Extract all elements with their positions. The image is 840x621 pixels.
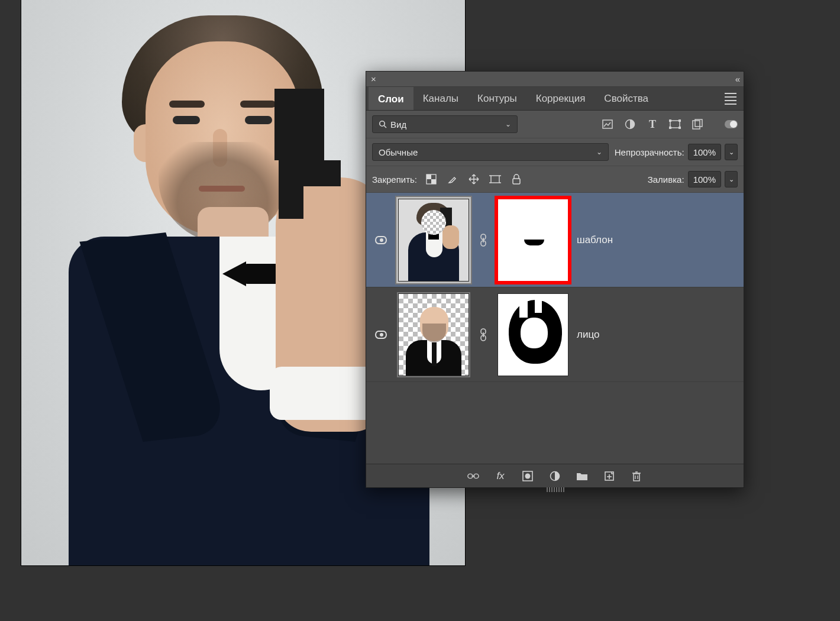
svg-rect-12 [427,174,431,179]
layers-panel: × « Слои Каналы Контуры Коррекция Свойст… [366,71,744,488]
close-icon[interactable]: × [371,74,376,84]
fill-stepper[interactable]: ⌄ [725,171,738,187]
collapse-icon[interactable]: « [735,74,739,84]
svg-point-30 [525,473,531,478]
blend-row: Обычные ⌄ Непрозрачность: 100% ⌄ [366,138,744,166]
lock-row: Закрепить: Заливка: 100% ⌄ [366,166,744,193]
tab-layers[interactable]: Слои [369,87,413,110]
blend-mode-value: Обычные [379,147,418,157]
layer-thumbnail[interactable] [398,199,469,282]
svg-rect-6 [679,119,681,122]
lock-position-icon[interactable] [468,173,480,185]
filter-shape-icon[interactable] [669,118,681,130]
tab-props[interactable]: Свойства [595,87,658,110]
eye-icon [375,331,387,339]
svg-rect-35 [634,474,639,481]
svg-rect-7 [669,127,671,129]
filter-kind-select[interactable]: Вид ⌄ [372,115,518,133]
panel-footer: fx [366,464,744,487]
tab-paths[interactable]: Контуры [468,87,526,110]
svg-rect-9 [693,121,700,129]
svg-rect-14 [491,176,499,183]
svg-rect-4 [670,121,680,128]
svg-rect-8 [679,127,681,129]
fill-label: Заливка: [648,174,684,185]
tab-channels[interactable]: Каналы [413,87,468,110]
mask-link-icon[interactable] [477,232,489,248]
new-layer-icon[interactable] [603,470,615,482]
trash-icon[interactable] [631,470,642,482]
eye-icon [375,236,387,244]
mask-link-icon[interactable] [477,326,489,343]
svg-line-1 [384,125,386,128]
visibility-toggle[interactable] [372,236,390,244]
lock-paint-icon[interactable] [447,173,458,185]
resize-grip[interactable] [538,487,573,493]
filter-smart-icon[interactable] [692,118,703,130]
lock-transparency-icon[interactable] [425,173,437,185]
opacity-label: Непрозрачность: [615,147,684,157]
opacity-value[interactable]: 100% [688,144,721,160]
tab-adjust[interactable]: Коррекция [526,87,595,110]
lock-label: Закрепить: [372,174,417,185]
adjustment-layer-icon[interactable] [549,470,561,482]
fx-icon[interactable]: fx [495,470,506,482]
layer-name[interactable]: шаблон [577,234,613,246]
search-icon [379,120,387,128]
group-icon[interactable] [576,470,588,482]
lock-artboard-icon[interactable] [489,173,501,185]
svg-point-0 [380,121,385,126]
panel-menu-icon[interactable] [721,89,740,108]
lock-all-icon[interactable] [511,173,522,185]
chevron-down-icon: ⌄ [505,120,511,128]
layer-name[interactable]: лицо [577,329,599,341]
layer-list: шаблон лицо [366,193,744,464]
svg-rect-19 [513,179,520,184]
panel-titlebar[interactable]: × « [366,72,744,87]
fill-value[interactable]: 100% [688,171,721,187]
blend-mode-select[interactable]: Обычные ⌄ [372,143,609,161]
layer-row[interactable]: лицо [366,287,744,382]
filter-toggle[interactable] [725,120,738,128]
opacity-stepper[interactable]: ⌄ [725,144,738,160]
filter-pixel-icon[interactable] [602,118,613,130]
layer-filter-row: Вид ⌄ T [366,111,744,138]
svg-rect-5 [669,119,671,122]
visibility-toggle[interactable] [372,331,390,339]
filter-kind-label: Вид [390,119,406,130]
svg-rect-13 [431,179,436,184]
layer-mask-thumbnail[interactable] [497,199,568,282]
add-mask-icon[interactable] [522,470,534,482]
filter-adjust-icon[interactable] [624,118,636,130]
layer-thumbnail[interactable] [398,293,469,376]
layer-row[interactable]: шаблон [366,193,744,287]
panel-tabs: Слои Каналы Контуры Коррекция Свойства [366,87,744,111]
filter-type-icon[interactable]: T [647,118,658,130]
link-layers-icon[interactable] [467,470,479,482]
chevron-down-icon: ⌄ [596,148,602,156]
layer-mask-thumbnail[interactable] [497,293,568,376]
